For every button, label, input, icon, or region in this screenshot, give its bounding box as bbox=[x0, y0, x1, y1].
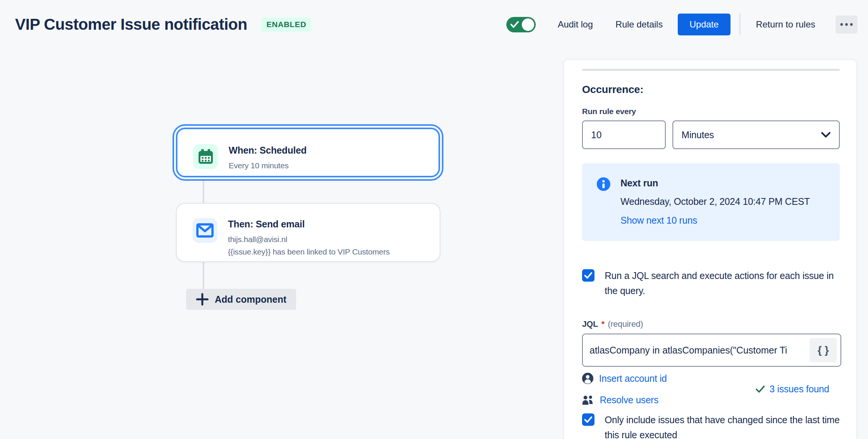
jql-search-checkbox[interactable] bbox=[582, 269, 594, 282]
run-rule-every-label: Run rule every bbox=[582, 107, 840, 116]
mail-icon bbox=[193, 218, 217, 243]
issues-found-label: 3 issues found bbox=[770, 384, 829, 395]
plus-icon bbox=[196, 293, 209, 306]
jql-field: { } bbox=[582, 334, 841, 367]
show-next-runs-link[interactable]: Show next 10 runs bbox=[620, 215, 697, 226]
interval-unit-value: Minutes bbox=[682, 130, 714, 140]
resolve-users-label: Resolve users bbox=[600, 395, 659, 405]
audit-log-button[interactable]: Audit log bbox=[546, 14, 604, 35]
rule-enabled-toggle[interactable] bbox=[506, 17, 536, 32]
jql-search-checkbox-row[interactable]: Run a JQL search and execute actions for… bbox=[582, 268, 840, 298]
insert-account-id-label: Insert account id bbox=[599, 373, 667, 384]
status-badge: ENABLED bbox=[261, 17, 311, 32]
action-card-subject: {{issue.key}} has been linked to VIP Cus… bbox=[228, 246, 390, 258]
page-title: VIP Customer Issue notification bbox=[15, 15, 247, 34]
people-icon bbox=[582, 395, 594, 405]
required-asterisk: * bbox=[601, 319, 604, 329]
next-run-datetime: Wednesday, October 2, 2024 10:47 PM CEST bbox=[620, 194, 816, 209]
panel-divider bbox=[582, 69, 840, 71]
next-run-info-box: Next run Wednesday, October 2, 2024 10:4… bbox=[582, 163, 840, 241]
trigger-card-scheduled[interactable]: When: Scheduled Every 10 minutes bbox=[176, 128, 440, 177]
chevron-down-icon bbox=[821, 132, 831, 138]
rule-details-button[interactable]: Rule details bbox=[604, 14, 674, 35]
action-card-recipient: thijs.hall@avisi.nl bbox=[228, 233, 390, 245]
interval-unit-select[interactable]: Minutes bbox=[672, 120, 840, 149]
action-card-title: Then: Send email bbox=[228, 219, 390, 230]
check-icon bbox=[584, 272, 592, 279]
header-divider bbox=[740, 14, 740, 35]
update-button[interactable]: Update bbox=[678, 14, 730, 35]
interval-value-input[interactable] bbox=[582, 120, 666, 149]
insert-account-id-link[interactable]: Insert account id bbox=[582, 373, 667, 384]
issues-found-status[interactable]: 3 issues found bbox=[756, 384, 829, 395]
ellipsis-icon bbox=[840, 23, 853, 26]
toggle-knob bbox=[522, 18, 534, 31]
smart-values-braces-button[interactable]: { } bbox=[810, 338, 837, 362]
next-run-title: Next run bbox=[620, 178, 816, 189]
check-icon bbox=[756, 386, 765, 393]
return-to-rules-button[interactable]: Return to rules bbox=[745, 14, 827, 35]
changed-issues-checkbox-label: Only include issues that have changed si… bbox=[605, 412, 840, 439]
rule-builder-main: When: Scheduled Every 10 minutes Then: S… bbox=[0, 49, 868, 439]
connector-line bbox=[203, 262, 204, 289]
connector-line bbox=[203, 180, 204, 203]
info-icon bbox=[596, 177, 611, 191]
jql-search-checkbox-label: Run a JQL search and execute actions for… bbox=[605, 268, 840, 298]
resolve-users-link[interactable]: Resolve users bbox=[582, 395, 667, 405]
rule-header: VIP Customer Issue notification ENABLED … bbox=[0, 0, 868, 49]
changed-issues-checkbox-row[interactable]: Only include issues that have changed si… bbox=[582, 412, 840, 439]
occurrence-heading: Occurrence: bbox=[582, 84, 840, 96]
add-component-button[interactable]: Add component bbox=[186, 289, 296, 310]
check-icon bbox=[510, 21, 519, 28]
required-text: (required) bbox=[608, 319, 643, 329]
action-card-send-email[interactable]: Then: Send email thijs.hall@avisi.nl {{i… bbox=[176, 203, 440, 262]
changed-issues-checkbox[interactable] bbox=[582, 413, 594, 426]
check-icon bbox=[584, 416, 592, 423]
jql-input[interactable] bbox=[583, 334, 840, 366]
calendar-icon bbox=[193, 144, 218, 169]
trigger-card-subtitle: Every 10 minutes bbox=[229, 160, 307, 171]
person-circle-icon bbox=[582, 373, 593, 384]
more-menu-button[interactable] bbox=[836, 15, 857, 34]
trigger-card-title: When: Scheduled bbox=[229, 145, 307, 156]
header-actions: Audit log Rule details Update Return to … bbox=[506, 14, 857, 35]
jql-label: JQL bbox=[582, 319, 598, 329]
trigger-config-panel: Occurrence: Run rule every Minutes Next … bbox=[564, 59, 857, 439]
add-component-label: Add component bbox=[215, 294, 286, 305]
rule-canvas: When: Scheduled Every 10 minutes Then: S… bbox=[0, 49, 563, 439]
